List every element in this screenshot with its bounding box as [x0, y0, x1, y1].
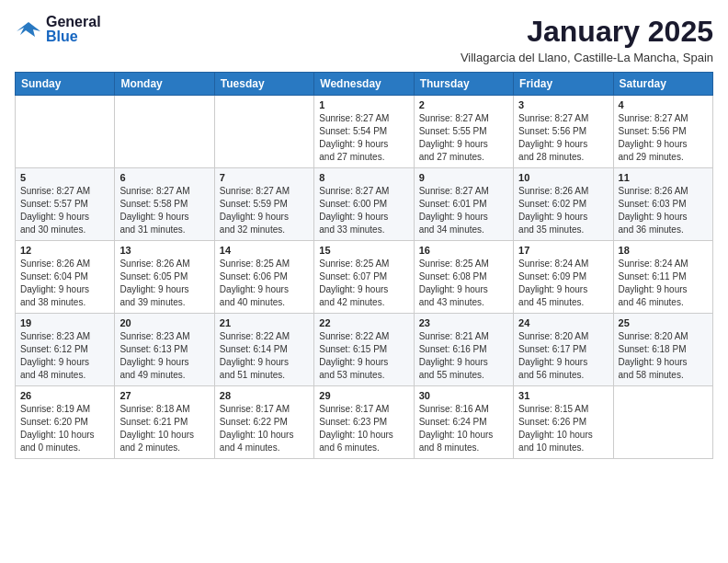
day-number: 4: [619, 99, 708, 110]
day-number: 30: [419, 390, 508, 401]
page-header: General Blue January 2025 Villagarcia de…: [15, 15, 713, 64]
calendar-cell: 22Sunrise: 8:22 AM Sunset: 6:15 PM Dayli…: [314, 314, 414, 386]
logo-text: General Blue: [46, 15, 101, 44]
day-number: 15: [319, 245, 408, 256]
day-number: 17: [518, 245, 608, 256]
cell-content: Sunrise: 8:25 AM Sunset: 6:06 PM Dayligh…: [220, 258, 309, 309]
weekday-header-row: SundayMondayTuesdayWednesdayThursdayFrid…: [16, 73, 713, 96]
calendar-cell: 7Sunrise: 8:27 AM Sunset: 5:59 PM Daylig…: [214, 168, 313, 241]
calendar-cell: 30Sunrise: 8:16 AM Sunset: 6:24 PM Dayli…: [414, 386, 513, 459]
calendar-cell: 29Sunrise: 8:17 AM Sunset: 6:23 PM Dayli…: [314, 386, 414, 459]
day-number: 19: [20, 317, 109, 328]
calendar-cell: 16Sunrise: 8:25 AM Sunset: 6:08 PM Dayli…: [414, 241, 513, 314]
calendar-week-row: 5Sunrise: 8:27 AM Sunset: 5:57 PM Daylig…: [16, 168, 713, 241]
day-number: 18: [619, 245, 708, 256]
calendar-cell: [214, 96, 313, 168]
calendar-cell: 24Sunrise: 8:20 AM Sunset: 6:17 PM Dayli…: [514, 314, 613, 386]
day-number: 1: [319, 99, 408, 110]
day-number: 3: [518, 99, 608, 110]
calendar-week-row: 19Sunrise: 8:23 AM Sunset: 6:12 PM Dayli…: [16, 314, 713, 386]
day-number: 7: [220, 172, 309, 183]
day-number: 11: [619, 172, 708, 183]
calendar-cell: [613, 386, 712, 459]
cell-content: Sunrise: 8:22 AM Sunset: 6:14 PM Dayligh…: [220, 330, 309, 382]
month-title: January 2025: [461, 15, 713, 49]
day-number: 20: [119, 317, 209, 328]
weekday-header-thursday: Thursday: [414, 73, 513, 96]
calendar-cell: [115, 96, 214, 168]
day-number: 9: [419, 172, 508, 183]
cell-content: Sunrise: 8:23 AM Sunset: 6:13 PM Dayligh…: [119, 330, 209, 382]
day-number: 12: [20, 245, 109, 256]
day-number: 29: [319, 390, 408, 401]
cell-content: Sunrise: 8:27 AM Sunset: 5:56 PM Dayligh…: [518, 112, 608, 164]
cell-content: Sunrise: 8:25 AM Sunset: 6:08 PM Dayligh…: [419, 258, 508, 309]
day-number: 2: [419, 99, 508, 110]
day-number: 5: [20, 172, 109, 183]
cell-content: Sunrise: 8:21 AM Sunset: 6:16 PM Dayligh…: [419, 330, 508, 382]
calendar-cell: 25Sunrise: 8:20 AM Sunset: 6:18 PM Dayli…: [613, 314, 712, 386]
cell-content: Sunrise: 8:27 AM Sunset: 6:01 PM Dayligh…: [419, 185, 508, 236]
calendar-cell: 28Sunrise: 8:17 AM Sunset: 6:22 PM Dayli…: [214, 386, 313, 459]
calendar-cell: 6Sunrise: 8:27 AM Sunset: 5:58 PM Daylig…: [115, 168, 214, 241]
weekday-header-sunday: Sunday: [16, 73, 115, 96]
weekday-header-wednesday: Wednesday: [314, 73, 414, 96]
day-number: 10: [518, 172, 608, 183]
calendar-cell: 14Sunrise: 8:25 AM Sunset: 6:06 PM Dayli…: [214, 241, 313, 314]
cell-content: Sunrise: 8:17 AM Sunset: 6:23 PM Dayligh…: [319, 403, 408, 454]
cell-content: Sunrise: 8:26 AM Sunset: 6:04 PM Dayligh…: [20, 258, 109, 309]
day-number: 22: [319, 317, 408, 328]
day-number: 23: [419, 317, 508, 328]
cell-content: Sunrise: 8:16 AM Sunset: 6:24 PM Dayligh…: [419, 403, 508, 454]
cell-content: Sunrise: 8:18 AM Sunset: 6:21 PM Dayligh…: [119, 403, 209, 454]
day-number: 16: [419, 245, 508, 256]
calendar-cell: 2Sunrise: 8:27 AM Sunset: 5:55 PM Daylig…: [414, 96, 513, 168]
cell-content: Sunrise: 8:25 AM Sunset: 6:07 PM Dayligh…: [319, 258, 408, 309]
day-number: 28: [220, 390, 309, 401]
calendar-cell: 12Sunrise: 8:26 AM Sunset: 6:04 PM Dayli…: [16, 241, 115, 314]
calendar-table: SundayMondayTuesdayWednesdayThursdayFrid…: [15, 72, 713, 459]
cell-content: Sunrise: 8:17 AM Sunset: 6:22 PM Dayligh…: [220, 403, 309, 454]
day-number: 14: [220, 245, 309, 256]
calendar-cell: 17Sunrise: 8:24 AM Sunset: 6:09 PM Dayli…: [514, 241, 613, 314]
logo-blue-text: Blue: [46, 29, 101, 44]
weekday-header-monday: Monday: [115, 73, 214, 96]
day-number: 13: [119, 245, 209, 256]
calendar-cell: 31Sunrise: 8:15 AM Sunset: 6:26 PM Dayli…: [514, 386, 613, 459]
calendar-cell: 15Sunrise: 8:25 AM Sunset: 6:07 PM Dayli…: [314, 241, 414, 314]
cell-content: Sunrise: 8:24 AM Sunset: 6:11 PM Dayligh…: [619, 258, 708, 309]
svg-marker-0: [17, 22, 40, 37]
cell-content: Sunrise: 8:27 AM Sunset: 5:54 PM Dayligh…: [319, 112, 408, 164]
calendar-cell: 10Sunrise: 8:26 AM Sunset: 6:02 PM Dayli…: [514, 168, 613, 241]
day-number: 24: [518, 317, 608, 328]
cell-content: Sunrise: 8:22 AM Sunset: 6:15 PM Dayligh…: [319, 330, 408, 382]
day-number: 6: [119, 172, 209, 183]
calendar-cell: 19Sunrise: 8:23 AM Sunset: 6:12 PM Dayli…: [16, 314, 115, 386]
weekday-header-saturday: Saturday: [613, 73, 712, 96]
logo: General Blue: [15, 15, 101, 44]
calendar-cell: 5Sunrise: 8:27 AM Sunset: 5:57 PM Daylig…: [16, 168, 115, 241]
calendar-cell: 13Sunrise: 8:26 AM Sunset: 6:05 PM Dayli…: [115, 241, 214, 314]
day-number: 31: [518, 390, 608, 401]
calendar-cell: 3Sunrise: 8:27 AM Sunset: 5:56 PM Daylig…: [514, 96, 613, 168]
calendar-cell: 8Sunrise: 8:27 AM Sunset: 6:00 PM Daylig…: [314, 168, 414, 241]
day-number: 21: [220, 317, 309, 328]
cell-content: Sunrise: 8:24 AM Sunset: 6:09 PM Dayligh…: [518, 258, 608, 309]
cell-content: Sunrise: 8:15 AM Sunset: 6:26 PM Dayligh…: [518, 403, 608, 454]
calendar-week-row: 12Sunrise: 8:26 AM Sunset: 6:04 PM Dayli…: [16, 241, 713, 314]
title-block: January 2025 Villagarcia del Llano, Cast…: [461, 15, 713, 64]
calendar-cell: 27Sunrise: 8:18 AM Sunset: 6:21 PM Dayli…: [115, 386, 214, 459]
logo-general-text: General: [46, 15, 101, 29]
calendar-cell: 4Sunrise: 8:27 AM Sunset: 5:56 PM Daylig…: [613, 96, 712, 168]
cell-content: Sunrise: 8:19 AM Sunset: 6:20 PM Dayligh…: [20, 403, 109, 454]
calendar-cell: 11Sunrise: 8:26 AM Sunset: 6:03 PM Dayli…: [613, 168, 712, 241]
cell-content: Sunrise: 8:26 AM Sunset: 6:02 PM Dayligh…: [518, 185, 608, 236]
cell-content: Sunrise: 8:26 AM Sunset: 6:05 PM Dayligh…: [119, 258, 209, 309]
cell-content: Sunrise: 8:26 AM Sunset: 6:03 PM Dayligh…: [619, 185, 708, 236]
cell-content: Sunrise: 8:27 AM Sunset: 5:58 PM Dayligh…: [119, 185, 209, 236]
day-number: 26: [20, 390, 109, 401]
calendar-cell: 9Sunrise: 8:27 AM Sunset: 6:01 PM Daylig…: [414, 168, 513, 241]
cell-content: Sunrise: 8:20 AM Sunset: 6:18 PM Dayligh…: [619, 330, 708, 382]
cell-content: Sunrise: 8:27 AM Sunset: 5:56 PM Dayligh…: [619, 112, 708, 164]
calendar-cell: 26Sunrise: 8:19 AM Sunset: 6:20 PM Dayli…: [16, 386, 115, 459]
